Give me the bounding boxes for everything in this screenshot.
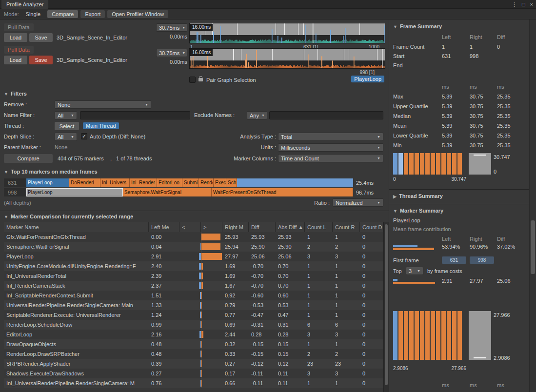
column-header[interactable]: Count D (360, 222, 383, 232)
load-button[interactable]: Load (4, 56, 27, 64)
selected-marker-chip[interactable]: PlayerLoop (351, 76, 384, 82)
right-value-bar (201, 234, 220, 240)
marker-segment[interactable]: Sch (226, 178, 237, 187)
table-row[interactable]: PlayerLoop2.9127.9725.0625.06330 (4, 252, 383, 261)
thread-value-chip[interactable]: Main Thread (83, 122, 119, 129)
table-row[interactable]: Shadows.ExecuteDrawShadows0.270.17-0.110… (4, 369, 383, 378)
first-frame-right-button[interactable]: 998 (470, 256, 494, 264)
marker-segment[interactable]: Inl_Render (130, 178, 157, 187)
depth-mode-dropdown[interactable]: All ▼ (55, 133, 77, 141)
table-row[interactable]: RenderLoop.DrawSRPBatcher0.480.33-0.150.… (4, 349, 383, 359)
marker-segment[interactable]: Inl_Univers (100, 178, 130, 187)
thread-select-button[interactable]: Select (55, 122, 79, 130)
graph-scale-dropdown[interactable]: 30.75ms ▼ (156, 49, 187, 57)
column-header[interactable]: Abs Diff ▲ (276, 222, 305, 232)
exclude-names-input[interactable] (269, 111, 383, 119)
table-row[interactable]: RenderLoop.ScheduleDraw0.990.69-0.310.31… (4, 320, 383, 330)
mode-compare-tab[interactable]: Compare (47, 10, 78, 18)
save-button[interactable]: Save (29, 56, 53, 64)
filters-header[interactable]: ▼Filters (4, 91, 27, 97)
pull-data-label[interactable]: Pull Data (4, 23, 34, 31)
row-label: Median (393, 113, 411, 119)
frame-time-graph-right[interactable]: 16.00ms (189, 48, 385, 69)
frame-index-label[interactable]: 631 (4, 178, 26, 187)
cell: 1 (305, 378, 333, 388)
name-filter-input[interactable] (80, 111, 190, 119)
thread-summary-header[interactable]: ▶Thread Summary (393, 193, 443, 199)
marker-comparison-header[interactable]: ▼Marker Comparison for currently selecte… (4, 214, 133, 219)
marker-summary-header[interactable]: ▼Marker Summary (393, 208, 443, 214)
panel-scrollbar[interactable] (529, 20, 536, 392)
first-frame-left-button[interactable]: 631 (442, 256, 466, 264)
cell: 0.69 (222, 320, 249, 330)
table-row[interactable]: UnityEngine.CoreModule.dll!UnityEngine.R… (4, 261, 383, 271)
marker-segment[interactable]: WaitForPresentOnGfxThread (212, 188, 353, 196)
column-header[interactable]: > (201, 222, 222, 232)
pull-data-label[interactable]: Pull Data (4, 46, 34, 54)
marker-segment[interactable]: Exec (214, 178, 226, 187)
marker-segment[interactable]: PlayerLoop (26, 178, 69, 187)
frame-index-label[interactable]: 998 (4, 188, 26, 196)
table-row[interactable]: SRPBRender.ApplyShader0.390.27-0.120.122… (4, 359, 383, 369)
table-row[interactable]: Inl_ScriptableRenderContext.Submit1.510.… (4, 291, 383, 300)
cell: -0.15 (249, 339, 276, 349)
column-header[interactable]: Left Me (149, 222, 179, 232)
graph-scale-dropdown[interactable]: 30.75ms ▼ (156, 23, 187, 32)
auto-depth-checkbox[interactable]: ✓ (81, 133, 87, 139)
cell: 0.39 (149, 359, 179, 369)
units-dropdown[interactable]: Milliseconds ▼ (278, 143, 383, 152)
cell: ScriptableRenderer.Execute: UniversalRen… (4, 310, 149, 320)
analysis-type-dropdown[interactable]: Total ▼ (278, 133, 383, 141)
ratio-dropdown[interactable]: Normalized ▼ (333, 198, 383, 207)
export-button[interactable]: Export (80, 10, 105, 18)
frame-time-graph-left[interactable]: 16.00ms (189, 23, 385, 43)
window-tab[interactable]: Profile Analyzer (1, 0, 48, 9)
marker-segment[interactable] (237, 178, 353, 187)
table-row[interactable]: DrawOpaqueObjects0.480.32-0.150.15110 (4, 339, 383, 349)
table-row[interactable]: Semaphore.WaitForSignal0.0425.9425.9025.… (4, 242, 383, 252)
marker-segment[interactable]: PlayerLoop (26, 188, 123, 196)
table-row[interactable]: Inl_UniversalRenderTotal2.391.69-0.700.7… (4, 271, 383, 281)
table-scrollbar[interactable] (383, 222, 389, 392)
column-header[interactable]: Marker Name (4, 222, 149, 232)
column-header[interactable]: Count R (333, 222, 360, 232)
column-header[interactable]: Right M (222, 222, 249, 232)
load-button[interactable]: Load (4, 33, 27, 42)
top10-header[interactable]: ▼Top 10 markers on median frames (4, 169, 98, 175)
table-row[interactable]: Inl_RenderCameraStack2.371.67-0.700.7011… (4, 281, 383, 291)
close-icon[interactable]: × (530, 1, 533, 7)
table-row[interactable]: Inl_UniversalRenderPipeline.RenderSingle… (4, 378, 383, 388)
thread-label: Thread : (4, 123, 24, 129)
frame-summary-header[interactable]: ▼Frame Summary (393, 23, 442, 29)
name-filter-mode-dropdown[interactable]: All ▼ (55, 111, 77, 119)
marker-segment[interactable]: EditorLoo (157, 178, 182, 187)
table-row[interactable]: ScriptableRenderer.Execute: UniversalRen… (4, 310, 383, 320)
column-header[interactable]: Count L (305, 222, 333, 232)
menu-icon[interactable]: ⋮ (512, 1, 517, 8)
column-header[interactable]: < (179, 222, 201, 232)
scrollbar-thumb[interactable] (531, 220, 535, 274)
exclude-mode-dropdown[interactable]: Any ▼ (247, 111, 267, 119)
marker-segment[interactable]: Submi (182, 178, 199, 187)
remove-dropdown[interactable]: None ▼ (55, 100, 151, 109)
open-profiler-button[interactable]: Open Profiler Window (107, 10, 168, 18)
marker-segment[interactable]: Semaphore.WaitForSignal (123, 188, 212, 196)
marker-segment[interactable]: DoRenderl (69, 178, 100, 187)
table-row[interactable]: EditorLoop2.162.440.280.28330 (4, 330, 383, 339)
save-button[interactable]: Save (29, 33, 53, 42)
compare-button[interactable]: Compare (4, 154, 53, 163)
maximize-icon[interactable]: □ (522, 1, 525, 7)
marker-segment[interactable]: Rende (199, 178, 214, 187)
top-count-value: 3 (409, 268, 412, 274)
graph-min-label: 0.00ms (156, 34, 187, 39)
table-row[interactable]: Gfx.WaitForPresentOnGfxThread0.0025.9325… (4, 232, 383, 242)
scrollbar-thumb[interactable] (385, 224, 388, 385)
cell: 2.91 (149, 252, 179, 261)
table-row[interactable]: UniversalRenderPipeline.RenderSingleCame… (4, 300, 383, 310)
column-header[interactable]: Diff (249, 222, 276, 232)
top-count-dropdown[interactable]: 3 ▼ (406, 267, 423, 275)
mode-single-tab[interactable]: Single (21, 10, 45, 18)
cell: -0.11 (249, 378, 276, 388)
marker-columns-dropdown[interactable]: Time and Count ▼ (278, 154, 383, 162)
pair-graph-checkbox[interactable] (189, 77, 196, 83)
